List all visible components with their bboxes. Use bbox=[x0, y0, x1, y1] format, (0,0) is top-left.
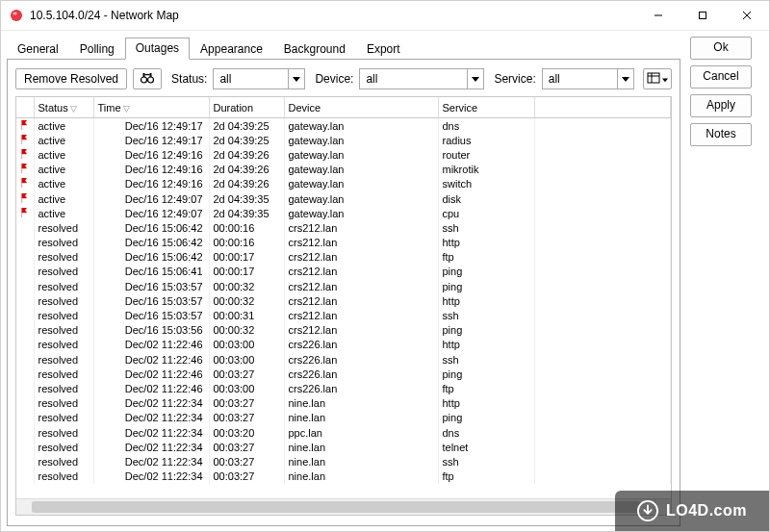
column-header[interactable] bbox=[16, 97, 34, 118]
cell-flag bbox=[16, 367, 34, 381]
cell-flag bbox=[16, 147, 34, 162]
table-row[interactable]: resolvedDec/02 11:22:3400:03:27nine.lans… bbox=[16, 454, 671, 469]
column-header[interactable]: Device bbox=[284, 97, 438, 118]
apply-button[interactable]: Apply bbox=[690, 94, 752, 117]
flag-icon bbox=[20, 208, 30, 219]
table-row[interactable]: resolvedDec/02 11:22:3400:03:20ppc.landn… bbox=[16, 425, 671, 440]
svg-marker-12 bbox=[472, 77, 479, 82]
window-title: 10.5.104.0/24 - Network Map bbox=[30, 9, 179, 22]
column-header[interactable] bbox=[534, 97, 671, 118]
svg-rect-10 bbox=[145, 74, 150, 75]
table-row[interactable]: activeDec/16 12:49:072d 04:39:35gateway.… bbox=[16, 206, 671, 220]
notes-button[interactable]: Notes bbox=[690, 123, 752, 146]
cell-time: Dec/16 15:03:56 bbox=[93, 323, 209, 338]
tab-general[interactable]: General bbox=[7, 38, 69, 60]
cell-flag bbox=[16, 265, 34, 279]
outages-grid[interactable]: Status▽Time▽DurationDeviceService active… bbox=[15, 96, 672, 516]
column-header[interactable]: Time▽ bbox=[93, 97, 209, 118]
flag-icon bbox=[20, 149, 30, 161]
cell-time: Dec/02 11:22:34 bbox=[93, 396, 209, 411]
tab-export[interactable]: Export bbox=[356, 38, 411, 60]
cell-rest bbox=[534, 220, 671, 235]
cell-time: Dec/16 15:03:57 bbox=[93, 308, 209, 322]
cell-duration: 00:00:16 bbox=[209, 220, 284, 235]
cell-duration: 00:03:27 bbox=[209, 469, 284, 484]
table-row[interactable]: resolvedDec/02 11:22:4600:03:27crs226.la… bbox=[16, 367, 671, 381]
column-header[interactable]: Duration bbox=[209, 97, 284, 118]
cell-service: ping bbox=[438, 279, 534, 293]
cell-time: Dec/16 12:49:17 bbox=[93, 118, 209, 133]
cell-time: Dec/16 15:06:42 bbox=[93, 236, 209, 250]
cell-device: crs212.lan bbox=[284, 308, 438, 322]
cell-rest bbox=[534, 396, 671, 411]
horizontal-scrollbar[interactable] bbox=[16, 498, 655, 515]
cell-duration: 2d 04:39:35 bbox=[209, 191, 284, 206]
tab-panel-outages: Remove Resolved Status: all Device: all bbox=[7, 59, 680, 526]
table-row[interactable]: resolvedDec/16 15:06:4200:00:16crs212.la… bbox=[16, 220, 671, 235]
tab-polling[interactable]: Polling bbox=[69, 38, 125, 60]
chevron-down-icon bbox=[288, 69, 304, 89]
table-row[interactable]: resolvedDec/02 11:22:3400:03:27nine.lant… bbox=[16, 440, 671, 454]
cell-status: active bbox=[34, 147, 93, 162]
table-row[interactable]: activeDec/16 12:49:162d 04:39:26gateway.… bbox=[16, 163, 671, 177]
view-options-button[interactable] bbox=[643, 68, 672, 89]
cell-rest bbox=[534, 147, 671, 162]
table-row[interactable]: activeDec/16 12:49:172d 04:39:25gateway.… bbox=[16, 133, 671, 147]
remove-resolved-button[interactable]: Remove Resolved bbox=[15, 68, 127, 89]
status-filter-value: all bbox=[219, 72, 231, 86]
close-button[interactable] bbox=[725, 1, 769, 30]
table-row[interactable]: resolvedDec/16 15:03:5700:00:32crs212.la… bbox=[16, 279, 671, 293]
cell-status: resolved bbox=[34, 220, 93, 235]
cancel-button[interactable]: Cancel bbox=[690, 65, 752, 89]
cell-service: ssh bbox=[438, 454, 534, 469]
status-filter-combo[interactable]: all bbox=[213, 68, 305, 89]
tab-outages[interactable]: Outages bbox=[125, 38, 190, 60]
cell-status: resolved bbox=[34, 425, 93, 440]
column-header[interactable]: Service bbox=[438, 97, 534, 118]
ok-button[interactable]: Ok bbox=[690, 37, 752, 60]
cell-flag bbox=[16, 206, 34, 220]
table-row[interactable]: resolvedDec/02 11:22:3400:03:27nine.lanh… bbox=[16, 396, 671, 411]
cell-service: ping bbox=[438, 265, 534, 279]
main-panel: GeneralPollingOutagesAppearanceBackgroun… bbox=[1, 31, 686, 532]
tab-appearance[interactable]: Appearance bbox=[190, 38, 273, 60]
cell-time: Dec/16 12:49:07 bbox=[93, 206, 209, 220]
table-row[interactable]: activeDec/16 12:49:162d 04:39:26gateway.… bbox=[16, 147, 671, 162]
cell-rest bbox=[534, 454, 671, 469]
tab-background[interactable]: Background bbox=[273, 38, 356, 60]
column-header[interactable]: Status▽ bbox=[34, 97, 93, 118]
cell-flag bbox=[16, 454, 34, 469]
chevron-down-icon bbox=[617, 69, 633, 89]
svg-point-7 bbox=[148, 77, 154, 83]
table-row[interactable]: resolvedDec/16 15:03:5600:00:32crs212.la… bbox=[16, 323, 671, 338]
cell-service: ssh bbox=[438, 220, 534, 235]
table-row[interactable]: resolvedDec/16 15:03:5700:00:32crs212.la… bbox=[16, 293, 671, 308]
svg-point-1 bbox=[13, 12, 16, 14]
cell-service: mikrotik bbox=[438, 163, 534, 177]
cell-time: Dec/02 11:22:46 bbox=[93, 367, 209, 381]
svg-rect-9 bbox=[150, 73, 152, 77]
table-row[interactable]: resolvedDec/02 11:22:3400:03:27nine.lanf… bbox=[16, 469, 671, 484]
table-row[interactable]: resolvedDec/16 15:03:5700:00:31crs212.la… bbox=[16, 308, 671, 322]
service-filter-label: Service: bbox=[494, 72, 535, 86]
maximize-button[interactable] bbox=[680, 1, 725, 30]
cell-status: resolved bbox=[34, 250, 93, 265]
table-row[interactable]: resolvedDec/16 15:06:4100:00:17crs212.la… bbox=[16, 265, 671, 279]
device-filter-combo[interactable]: all bbox=[359, 68, 484, 89]
table-row[interactable]: resolvedDec/16 15:06:4200:00:17crs212.la… bbox=[16, 250, 671, 265]
cell-flag bbox=[16, 425, 34, 440]
table-row[interactable]: resolvedDec/16 15:06:4200:00:16crs212.la… bbox=[16, 236, 671, 250]
cell-service: radius bbox=[438, 133, 534, 147]
cell-flag bbox=[16, 250, 34, 265]
minimize-button[interactable] bbox=[636, 1, 680, 30]
table-row[interactable]: activeDec/16 12:49:172d 04:39:25gateway.… bbox=[16, 118, 671, 133]
table-row[interactable]: resolvedDec/02 11:22:4600:03:00crs226.la… bbox=[16, 352, 671, 367]
find-button[interactable] bbox=[133, 68, 162, 89]
table-row[interactable]: resolvedDec/02 11:22:3400:03:27nine.lanp… bbox=[16, 411, 671, 425]
table-row[interactable]: activeDec/16 12:49:072d 04:39:35gateway.… bbox=[16, 191, 671, 206]
table-row[interactable]: resolvedDec/02 11:22:4600:03:00crs226.la… bbox=[16, 381, 671, 395]
table-row[interactable]: activeDec/16 12:49:162d 04:39:26gateway.… bbox=[16, 177, 671, 191]
table-row[interactable]: resolvedDec/02 11:22:4600:03:00crs226.la… bbox=[16, 338, 671, 352]
service-filter-combo[interactable]: all bbox=[542, 68, 634, 89]
cell-duration: 00:00:32 bbox=[209, 323, 284, 338]
